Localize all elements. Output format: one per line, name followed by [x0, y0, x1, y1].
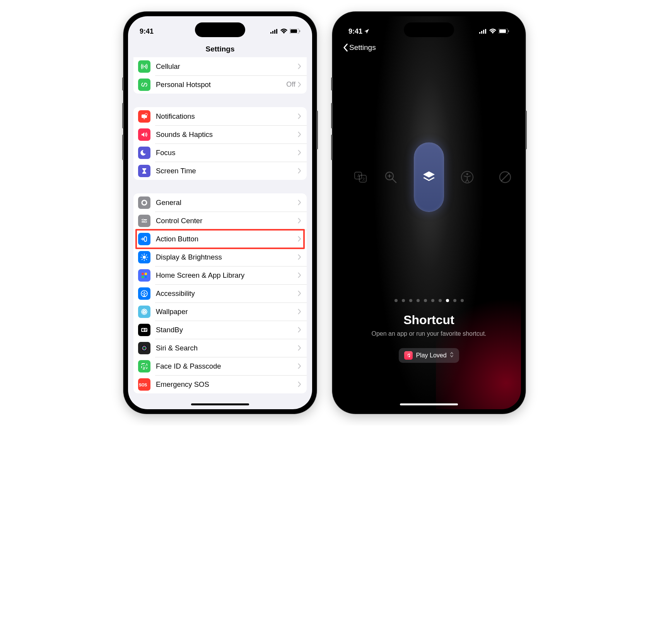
home-indicator[interactable]: [191, 403, 249, 405]
settings-row-general[interactable]: General: [133, 193, 307, 212]
option-accessibility-icon[interactable]: [459, 169, 475, 185]
chevron-right-icon: [298, 327, 301, 333]
home-indicator[interactable]: [400, 403, 458, 405]
page-dot[interactable]: [395, 299, 398, 302]
settings-row-sos[interactable]: SOSEmergency SOS: [133, 375, 307, 393]
mode-description: Open an app or run your favorite shortcu…: [337, 330, 521, 337]
settings-row-accessibility[interactable]: Accessibility: [133, 284, 307, 302]
action-icon: [138, 233, 150, 245]
settings-row-wallpaper[interactable]: Wallpaper: [133, 302, 307, 321]
chevron-right-icon: [298, 290, 301, 296]
settings-row-label: Accessibility: [156, 289, 298, 298]
settings-row-sounds[interactable]: Sounds & Haptics: [133, 125, 307, 143]
settings-row-actionbutton[interactable]: Action Button: [133, 230, 307, 248]
svg-rect-30: [145, 276, 147, 278]
page-dot[interactable]: [461, 299, 464, 302]
settings-row-notifications[interactable]: Notifications: [133, 107, 307, 125]
settings-row-siri[interactable]: Siri & Search: [133, 339, 307, 357]
settings-row-screentime[interactable]: Screen Time: [133, 162, 307, 180]
chevron-right-icon: [298, 363, 301, 369]
settings-row-label: StandBy: [156, 326, 298, 334]
chevron-right-icon: [298, 63, 301, 69]
option-magnifier-icon[interactable]: [383, 169, 399, 185]
settings-row-label: Face ID & Passcode: [156, 362, 298, 371]
settings-row-standby[interactable]: StandBy: [133, 321, 307, 339]
page-title: Settings: [128, 41, 312, 57]
svg-point-38: [142, 309, 144, 311]
svg-line-73: [501, 173, 509, 181]
chevron-right-icon: [298, 218, 301, 224]
settings-row-homescreen[interactable]: Home Screen & App Library: [133, 266, 307, 284]
svg-rect-27: [142, 273, 144, 275]
chevron-right-icon: [298, 309, 301, 314]
phone-right: 9:41 Settings A文: [332, 12, 526, 414]
back-label: Settings: [349, 43, 376, 52]
chevron-right-icon: [298, 113, 301, 119]
status-time: 9:41: [348, 27, 369, 36]
dynamic-island: [195, 22, 245, 37]
page-dot[interactable]: [402, 299, 405, 302]
settings-row-faceid[interactable]: Face ID & Passcode: [133, 357, 307, 375]
settings-row-controlcenter[interactable]: Control Center: [133, 212, 307, 230]
battery-icon: [290, 27, 301, 36]
svg-rect-57: [483, 30, 484, 34]
svg-point-71: [466, 173, 468, 175]
settings-row-label: Wallpaper: [156, 307, 298, 316]
settings-row-label: Personal Hotspot: [156, 80, 286, 89]
svg-rect-45: [145, 330, 147, 330]
settings-row-display[interactable]: Display & Brightness: [133, 248, 307, 266]
chevron-right-icon: [298, 168, 301, 174]
svg-text:SOS: SOS: [139, 383, 147, 387]
svg-line-24: [146, 259, 147, 260]
chevron-right-icon: [298, 200, 301, 205]
settings-row-cellular[interactable]: Cellular: [133, 57, 307, 75]
hourglass-icon: [138, 165, 150, 177]
sun-icon: [138, 251, 150, 263]
page-dot[interactable]: [431, 299, 434, 302]
settings-row-label: Display & Brightness: [156, 253, 298, 261]
page-dot[interactable]: [439, 299, 442, 302]
svg-point-52: [143, 366, 144, 366]
svg-rect-55: [479, 32, 480, 34]
svg-point-32: [143, 291, 145, 292]
svg-point-41: [145, 312, 147, 314]
svg-rect-61: [508, 30, 509, 32]
page-dot[interactable]: [446, 299, 449, 302]
page-dot[interactable]: [424, 299, 427, 302]
gear-icon: [138, 196, 150, 209]
settings-row-label: Siri & Search: [156, 344, 298, 352]
page-dot[interactable]: [417, 299, 420, 302]
page-dot[interactable]: [409, 299, 412, 302]
status-time: 9:41: [140, 27, 154, 36]
svg-rect-0: [270, 32, 272, 34]
svg-rect-17: [144, 237, 147, 241]
option-none-icon[interactable]: [497, 169, 513, 185]
page-dots[interactable]: [337, 299, 521, 302]
sos-icon: SOS: [138, 378, 150, 391]
shortcut-stack-icon: [421, 169, 437, 185]
shortcut-picker[interactable]: Play Loved: [399, 348, 459, 363]
person-icon: [138, 287, 150, 300]
svg-rect-29: [142, 276, 144, 278]
settings-group-general: GeneralControl CenterAction ButtonDispla…: [133, 193, 307, 393]
svg-rect-44: [145, 329, 147, 329]
svg-rect-2: [274, 30, 275, 34]
link-icon: [138, 79, 150, 91]
svg-rect-28: [145, 273, 147, 275]
cellular-icon: [479, 27, 487, 36]
svg-point-18: [143, 256, 146, 259]
svg-rect-3: [276, 29, 277, 34]
settings-row-label: Home Screen & App Library: [156, 271, 298, 280]
svg-point-40: [142, 312, 144, 314]
settings-row-hotspot[interactable]: Personal HotspotOff: [133, 75, 307, 94]
settings-row-focus[interactable]: Focus: [133, 143, 307, 162]
clock-icon: [138, 324, 150, 336]
back-button[interactable]: Settings: [337, 40, 521, 55]
chevron-right-icon: [298, 82, 301, 87]
option-translate-icon[interactable]: A文: [352, 169, 369, 185]
action-button-carousel[interactable]: A文: [337, 55, 521, 299]
wifi-icon: [489, 27, 496, 36]
page-dot[interactable]: [453, 299, 456, 302]
svg-point-39: [145, 309, 147, 311]
svg-line-26: [146, 255, 147, 255]
